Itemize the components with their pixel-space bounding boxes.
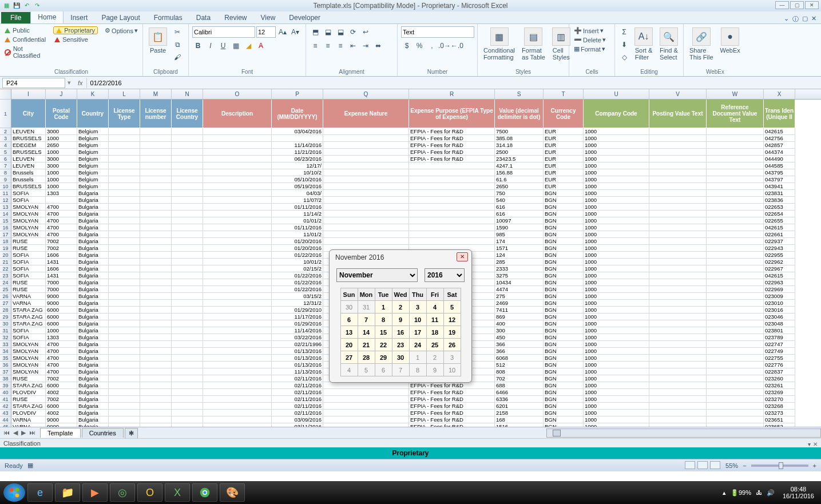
- cell[interactable]: [109, 368, 140, 375]
- cell[interactable]: 450: [495, 334, 544, 341]
- align-bottom-icon[interactable]: ⬓: [335, 26, 346, 38]
- cell[interactable]: [140, 224, 172, 231]
- cell[interactable]: Bulgaria: [77, 416, 109, 423]
- cell[interactable]: 1000: [584, 327, 649, 334]
- cell[interactable]: [172, 204, 203, 211]
- cell[interactable]: BGN: [544, 320, 584, 327]
- row-header[interactable]: 29: [0, 313, 11, 320]
- maximize-button[interactable]: ▢: [790, 1, 804, 9]
- cell[interactable]: [323, 231, 409, 238]
- cell[interactable]: RUSE: [11, 245, 46, 252]
- zoom-level[interactable]: 55%: [725, 462, 738, 469]
- tray-clock[interactable]: 08:48 16/11/2016: [779, 486, 818, 499]
- cell[interactable]: Bulgaria: [77, 279, 109, 286]
- cell[interactable]: EFPIA - Fees for R&D: [409, 142, 495, 149]
- cell[interactable]: 4247.1: [495, 162, 544, 169]
- datepicker-day[interactable]: 6: [340, 313, 358, 326]
- cell[interactable]: 044490: [764, 156, 795, 162]
- cell[interactable]: [409, 169, 495, 176]
- cell[interactable]: [140, 156, 172, 162]
- cell[interactable]: 023261: [764, 382, 795, 389]
- cell[interactable]: 750: [495, 190, 544, 197]
- cell[interactable]: 1000: [584, 190, 649, 197]
- cell[interactable]: 7411: [495, 307, 544, 313]
- cell[interactable]: SOFIA: [11, 334, 46, 341]
- cell[interactable]: [649, 313, 707, 320]
- cell[interactable]: [707, 362, 764, 368]
- cell[interactable]: [323, 128, 409, 135]
- cell[interactable]: [140, 307, 172, 313]
- cell[interactable]: [707, 355, 764, 362]
- cell[interactable]: 023651: [764, 416, 795, 423]
- window-close-inner-icon[interactable]: ✕: [811, 15, 816, 23]
- cell[interactable]: [203, 265, 272, 272]
- datepicker-day[interactable]: 22: [375, 339, 392, 351]
- cell[interactable]: [707, 176, 764, 183]
- datepicker-day[interactable]: 29: [375, 351, 392, 364]
- copy-icon[interactable]: ⧉: [172, 39, 183, 50]
- cell[interactable]: [140, 128, 172, 135]
- cell[interactable]: 1000: [584, 279, 649, 286]
- cell[interactable]: [172, 135, 203, 142]
- cell[interactable]: 4700: [46, 224, 77, 231]
- cell[interactable]: 023801: [764, 327, 795, 334]
- underline-button[interactable]: U: [217, 40, 229, 51]
- cell[interactable]: Bulgaria: [77, 375, 109, 382]
- cell[interactable]: Bulgaria: [77, 259, 109, 265]
- cell[interactable]: 314.18: [495, 142, 544, 149]
- cell[interactable]: 042615: [764, 128, 795, 135]
- cell[interactable]: [172, 183, 203, 190]
- cell[interactable]: [203, 375, 272, 382]
- cell[interactable]: Bulgaria: [77, 313, 109, 320]
- cell[interactable]: [707, 375, 764, 382]
- cell[interactable]: [649, 348, 707, 355]
- cell[interactable]: 4700: [46, 231, 77, 238]
- cell[interactable]: SOFIA: [11, 259, 46, 265]
- cell[interactable]: RUSE: [11, 375, 46, 382]
- datepicker-day[interactable]: 16: [392, 326, 409, 339]
- datepicker-day[interactable]: 3: [409, 301, 426, 313]
- cell[interactable]: [707, 259, 764, 265]
- align-left-icon[interactable]: ≡: [310, 40, 321, 51]
- cell[interactable]: 1000: [584, 224, 649, 231]
- cell[interactable]: 6336: [495, 396, 544, 403]
- cell[interactable]: [203, 142, 272, 149]
- datepicker-day[interactable]: 23: [392, 339, 409, 351]
- table-header-lictype[interactable]: License Type: [109, 100, 140, 128]
- cell[interactable]: [707, 307, 764, 313]
- cell[interactable]: [323, 183, 409, 190]
- cell[interactable]: Brussels: [11, 169, 46, 176]
- cell[interactable]: 1000: [584, 423, 649, 427]
- cell[interactable]: 01/13/2016: [272, 348, 323, 355]
- cell[interactable]: [172, 396, 203, 403]
- cell[interactable]: [707, 423, 764, 427]
- cell[interactable]: [109, 142, 140, 149]
- cell[interactable]: 4700: [46, 355, 77, 362]
- column-header-M[interactable]: M: [140, 89, 172, 99]
- cell[interactable]: [140, 410, 172, 416]
- cell[interactable]: 022776: [764, 362, 795, 368]
- cell[interactable]: [140, 416, 172, 423]
- table-header-country[interactable]: Country: [77, 100, 109, 128]
- cell[interactable]: [323, 135, 409, 142]
- cell[interactable]: [140, 259, 172, 265]
- cell[interactable]: 01/01/2: [272, 217, 323, 224]
- cell[interactable]: [203, 279, 272, 286]
- cell[interactable]: 7002: [46, 396, 77, 403]
- datepicker-day[interactable]: 27: [340, 351, 358, 364]
- cell[interactable]: [203, 183, 272, 190]
- sheet-nav-last[interactable]: ⏭: [28, 429, 37, 436]
- cell[interactable]: 023269: [764, 389, 795, 396]
- fill-icon[interactable]: ⬇: [618, 39, 630, 50]
- cell[interactable]: [649, 286, 707, 293]
- table-header-nature[interactable]: Expense Nature: [323, 100, 409, 128]
- cell[interactable]: 3000: [46, 162, 77, 169]
- cell[interactable]: [649, 183, 707, 190]
- cell[interactable]: 01/11/2016: [272, 224, 323, 231]
- cell[interactable]: STARA ZAG: [11, 307, 46, 313]
- cell[interactable]: 1571: [495, 245, 544, 252]
- cell[interactable]: [109, 224, 140, 231]
- cell[interactable]: 022943: [764, 245, 795, 252]
- cell[interactable]: [140, 403, 172, 410]
- cell[interactable]: [707, 128, 764, 135]
